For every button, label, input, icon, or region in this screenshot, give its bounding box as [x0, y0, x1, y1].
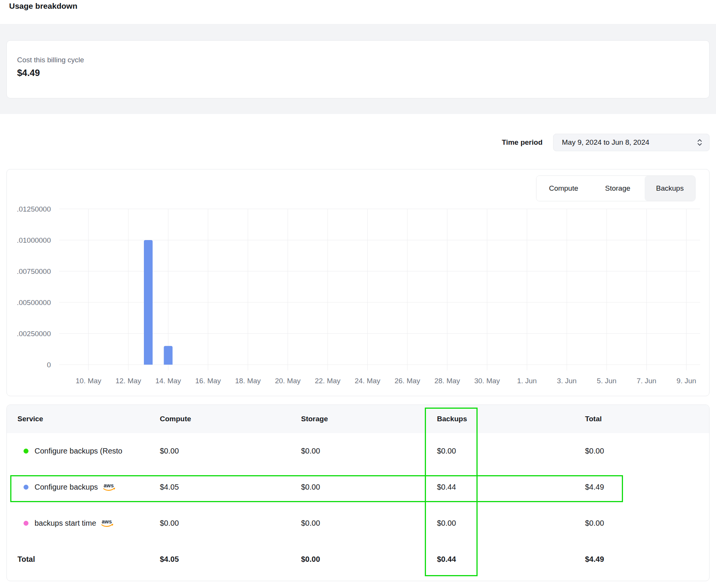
service-cell: Configure backups (Resto	[17, 447, 160, 455]
time-period-select[interactable]: May 9, 2024 to Jun 8, 2024	[553, 134, 710, 151]
usage-bar-chart: 10. May12. May14. May16. May18. May20. M…	[7, 169, 709, 396]
value-cell-total: $4.49	[585, 483, 709, 492]
table-row: Configure backups (Resto$0.00$0.00$0.00$…	[7, 433, 709, 469]
x-tick-label: 30. May	[474, 377, 500, 385]
value-cell-storage: $0.00	[301, 447, 437, 455]
usage-table-card: ServiceComputeStorageBackupsTotal Config…	[6, 405, 710, 581]
x-tick-label: 18. May	[235, 377, 261, 385]
y-tick-label: 0	[47, 361, 51, 369]
x-tick-label: 20. May	[275, 377, 301, 385]
billing-cycle-label: Cost this billing cycle	[17, 56, 709, 64]
x-tick-label: 7. Jun	[637, 377, 656, 385]
total-cell-storage: $0.00	[301, 555, 437, 564]
total-label: Total	[17, 555, 160, 564]
x-tick-label: 22. May	[315, 377, 341, 385]
series-color-dot	[24, 521, 28, 526]
value-cell-total: $0.00	[585, 519, 709, 528]
value-cell-storage: $0.00	[301, 519, 437, 528]
service-name: Configure backups (Resto	[35, 447, 122, 455]
tab-storage[interactable]: Storage	[591, 176, 645, 201]
table-total-row: Total$4.05$0.00$0.44$4.49	[7, 541, 709, 577]
column-header-compute: Compute	[160, 415, 301, 423]
y-tick-label: .00500000	[17, 299, 51, 307]
x-tick-label: 5. Jun	[597, 377, 617, 385]
column-header-total: Total	[585, 415, 709, 423]
value-cell-backups: $0.44	[437, 483, 585, 492]
x-tick-label: 12. May	[115, 377, 141, 385]
page-title: Usage breakdown	[9, 2, 77, 11]
column-header-storage: Storage	[301, 415, 437, 423]
aws-logo-icon: aws	[101, 518, 114, 528]
billing-summary-band: Cost this billing cycle $4.49	[0, 24, 716, 114]
value-cell-compute: $4.05	[160, 483, 301, 492]
y-tick-label: .01250000	[17, 205, 51, 213]
value-cell-storage: $0.00	[301, 483, 437, 492]
x-tick-label: 26. May	[394, 377, 420, 385]
x-tick-label: 9. Jun	[677, 377, 696, 385]
y-tick-label: .00750000	[17, 267, 51, 275]
chart-metric-tabs: ComputeStorageBackups	[536, 175, 695, 201]
series-color-dot	[24, 485, 28, 490]
tab-compute[interactable]: Compute	[536, 176, 591, 201]
billing-summary-card: Cost this billing cycle $4.49	[6, 40, 710, 98]
updown-chevron-icon	[696, 138, 703, 147]
x-tick-label: 10. May	[76, 377, 101, 385]
value-cell-backups: $0.00	[437, 519, 585, 528]
x-tick-label: 3. Jun	[557, 377, 577, 385]
usage-bar	[144, 240, 153, 365]
billing-cycle-amount: $4.49	[17, 68, 709, 78]
time-period-row: Time period May 9, 2024 to Jun 8, 2024	[502, 134, 710, 151]
table-row: Configure backups aws $4.05$0.00$0.44$4.…	[7, 469, 709, 505]
time-period-label: Time period	[502, 138, 543, 147]
x-tick-label: 28. May	[434, 377, 460, 385]
service-cell: Configure backups aws	[17, 482, 160, 492]
service-name: Configure backups	[35, 483, 98, 492]
table-body: Configure backups (Resto$0.00$0.00$0.00$…	[7, 433, 709, 577]
svg-text:aws: aws	[104, 482, 114, 488]
value-cell-backups: $0.00	[437, 447, 585, 455]
service-name: backups start time	[35, 519, 96, 528]
value-cell-compute: $0.00	[160, 447, 301, 455]
table-row: backups start time aws $0.00$0.00$0.00$0…	[7, 505, 709, 541]
time-period-value: May 9, 2024 to Jun 8, 2024	[562, 138, 649, 147]
aws-logo-icon: aws	[103, 482, 116, 492]
x-tick-label: 16. May	[195, 377, 221, 385]
column-header-backups: Backups	[437, 415, 585, 423]
x-tick-label: 14. May	[155, 377, 181, 385]
usage-bar	[164, 346, 173, 365]
value-cell-total: $0.00	[585, 447, 709, 455]
svg-text:aws: aws	[102, 518, 112, 525]
x-tick-label: 1. Jun	[517, 377, 537, 385]
value-cell-compute: $0.00	[160, 519, 301, 528]
total-cell-total: $4.49	[585, 555, 709, 564]
total-cell-backups: $0.44	[437, 555, 585, 564]
y-tick-label: .00250000	[17, 330, 51, 338]
service-cell: backups start time aws	[17, 518, 160, 528]
usage-chart-card: 10. May12. May14. May16. May18. May20. M…	[6, 169, 710, 396]
series-color-dot	[24, 449, 28, 454]
tab-backups[interactable]: Backups	[645, 176, 695, 201]
y-tick-label: .01000000	[17, 236, 51, 244]
table-header-row: ServiceComputeStorageBackupsTotal	[7, 405, 709, 433]
x-tick-label: 24. May	[355, 377, 380, 385]
column-header-service: Service	[17, 415, 160, 423]
total-cell-compute: $4.05	[160, 555, 301, 564]
